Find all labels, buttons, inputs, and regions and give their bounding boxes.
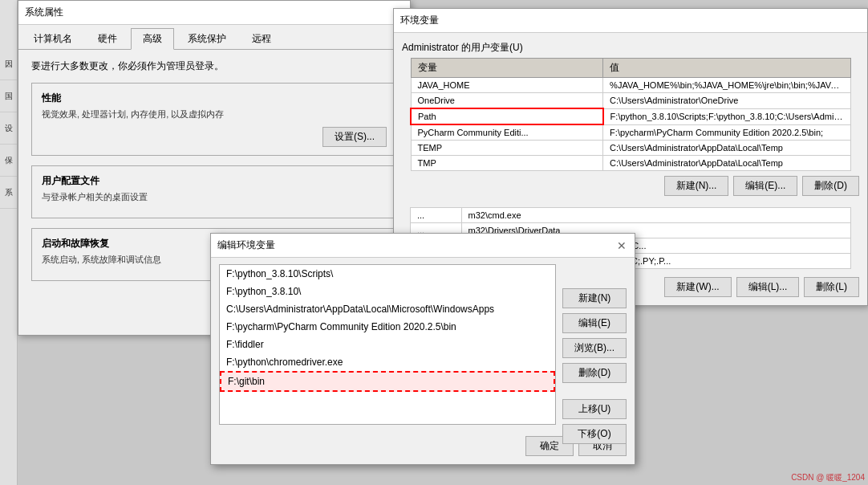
sys-edit-button[interactable]: 编辑(L)...	[736, 277, 800, 297]
performance-settings-button[interactable]: 设置(S)...	[322, 127, 387, 147]
user-profile-section: 用户配置文件 与登录帐户相关的桌面设置	[31, 165, 397, 218]
edit-up-button[interactable]: 上移(U)	[562, 399, 627, 419]
table-row[interactable]: JAVA_HOME %JAVA_HOME%\bin;%JAVA_HOME%\jr…	[411, 78, 851, 93]
admin-notice: 要进行大多数更改，你必须作为管理员登录。	[31, 59, 397, 73]
left-strip-item-2[interactable]: 国	[0, 80, 17, 112]
csdn-watermark: CSDN @ 暖暖_1204	[791, 472, 865, 483]
table-row[interactable]: OneDrive C:\Users\Administrator\OneDrive	[411, 93, 851, 109]
col-var-header: 变量	[411, 59, 603, 78]
tab-computer-name[interactable]: 计算机名	[22, 28, 84, 49]
edit-env-item-3[interactable]: C:\Users\Administrator\AppData\Local\Mic…	[220, 300, 555, 318]
sys-row-1-val: m32\cmd.exe	[461, 208, 850, 223]
sys-props-tabs: 计算机名 硬件 高级 系统保护 远程	[18, 25, 410, 50]
edit-env-item-7[interactable]: F:\git\bin	[220, 371, 555, 392]
row-pycharm-val: F:\pycharm\PyCharm Community Edition 202…	[603, 124, 851, 141]
sys-props-titlebar: 系统属性 ✕	[18, 1, 410, 25]
tab-system-protection[interactable]: 系统保护	[176, 28, 238, 49]
row-path-val: F:\python_3.8.10\Scripts;F:\python_3.8.1…	[603, 108, 851, 124]
left-strip-item-3[interactable]: 设	[0, 112, 17, 145]
edit-env-item-2[interactable]: F:\python_3.8.10\	[220, 283, 555, 300]
row-temp-var: TEMP	[411, 141, 603, 156]
edit-env-main: F:\python_3.8.10\Scripts\ F:\python_3.8.…	[211, 258, 635, 431]
env-vars-title: 环境变量	[400, 14, 439, 27]
row-pycharm-var: PyCharm Community Editi...	[411, 124, 603, 141]
edit-env-title: 编辑环境变量	[217, 238, 275, 252]
left-strip-item-1[interactable]: 因	[0, 48, 17, 80]
user-profile-desc: 与登录帐户相关的桌面设置	[42, 191, 387, 203]
user-vars-table: 变量 值 JAVA_HOME %JAVA_HOME%\bin;%JAVA_HOM…	[410, 58, 851, 171]
performance-desc: 视觉效果, 处理器计划, 内存使用, 以及虚拟内存	[42, 108, 387, 120]
edit-env-item-4[interactable]: F:\pycharm\PyCharm Community Edition 202…	[220, 318, 555, 336]
row-temp-val: C:\Users\Administrator\AppData\Local\Tem…	[603, 141, 851, 156]
table-row[interactable]: TEMP C:\Users\Administrator\AppData\Loca…	[411, 141, 851, 156]
row-tmp-var: TMP	[411, 156, 603, 171]
edit-env-item-5[interactable]: F:\fiddler	[220, 336, 555, 353]
path-row[interactable]: Path F:\python_3.8.10\Scripts;F:\python_…	[411, 108, 851, 124]
edit-delete-button[interactable]: 删除(D)	[562, 363, 627, 383]
performance-title: 性能	[42, 92, 387, 105]
edit-env-item-1[interactable]: F:\python_3.8.10\Scripts\	[220, 265, 555, 283]
edit-browse-button[interactable]: 浏览(B)...	[562, 338, 627, 358]
edit-dialog-buttons: 新建(N) 编辑(E) 浏览(B)... 删除(D) 上移(U) 下移(O)	[554, 282, 635, 450]
user-profile-title: 用户配置文件	[42, 174, 387, 188]
sys-table-row[interactable]: ... m32\cmd.exe	[411, 208, 851, 223]
sys-delete-button[interactable]: 删除(L)	[804, 277, 859, 297]
edit-env-close[interactable]: ✕	[615, 239, 628, 252]
row-onedrive-val: C:\Users\Administrator\OneDrive	[603, 93, 851, 109]
sys-new-button[interactable]: 新建(W)...	[664, 277, 731, 297]
table-row[interactable]: TMP C:\Users\Administrator\AppData\Local…	[411, 156, 851, 171]
user-delete-button[interactable]: 删除(D)	[802, 176, 859, 196]
performance-section: 性能 视觉效果, 处理器计划, 内存使用, 以及虚拟内存 设置(S)...	[31, 83, 397, 156]
left-strip: 因 国 设 保 系	[0, 0, 18, 485]
sys-row-1-var: ...	[411, 208, 462, 223]
sys-props-title: 系统属性	[25, 6, 63, 19]
edit-env-item-6[interactable]: F:\python\chromedriver.exe	[220, 353, 555, 371]
edit-env-titlebar: 编辑环境变量 ✕	[211, 234, 635, 258]
user-new-button[interactable]: 新建(N)...	[664, 176, 729, 196]
row-java-home-val: %JAVA_HOME%\bin;%JAVA_HOME%\jre\bin;\bin…	[603, 78, 851, 93]
left-strip-item-5[interactable]: 系	[0, 177, 17, 209]
edit-edit-button[interactable]: 编辑(E)	[562, 313, 627, 333]
row-tmp-val: C:\Users\Administrator\AppData\Local\Tem…	[603, 156, 851, 171]
edit-new-button[interactable]: 新建(N)	[562, 288, 627, 308]
edit-env-list[interactable]: F:\python_3.8.10\Scripts\ F:\python_3.8.…	[219, 264, 556, 425]
table-row[interactable]: PyCharm Community Editi... F:\pycharm\Py…	[411, 124, 851, 141]
row-java-home-var: JAVA_HOME	[411, 78, 603, 93]
left-strip-item-4[interactable]: 保	[0, 145, 17, 177]
col-val-header: 值	[603, 59, 851, 78]
edit-down-button[interactable]: 下移(O)	[562, 424, 627, 444]
user-vars-table-wrapper: 变量 值 JAVA_HOME %JAVA_HOME%\bin;%JAVA_HOM…	[394, 58, 867, 171]
row-path-var: Path	[411, 108, 603, 124]
row-onedrive-var: OneDrive	[411, 93, 603, 109]
user-edit-button[interactable]: 编辑(E)...	[733, 176, 797, 196]
user-vars-buttons: 新建(N)... 编辑(E)... 删除(D)	[394, 171, 867, 201]
tab-remote[interactable]: 远程	[240, 28, 283, 49]
edit-env-dialog: 编辑环境变量 ✕ F:\python_3.8.10\Scripts\ F:\py…	[210, 233, 635, 465]
tab-hardware[interactable]: 硬件	[86, 28, 129, 49]
tab-advanced[interactable]: 高级	[131, 28, 174, 50]
env-vars-titlebar: 环境变量	[394, 9, 867, 33]
user-vars-title: Administrator 的用户变量(U)	[394, 36, 867, 58]
